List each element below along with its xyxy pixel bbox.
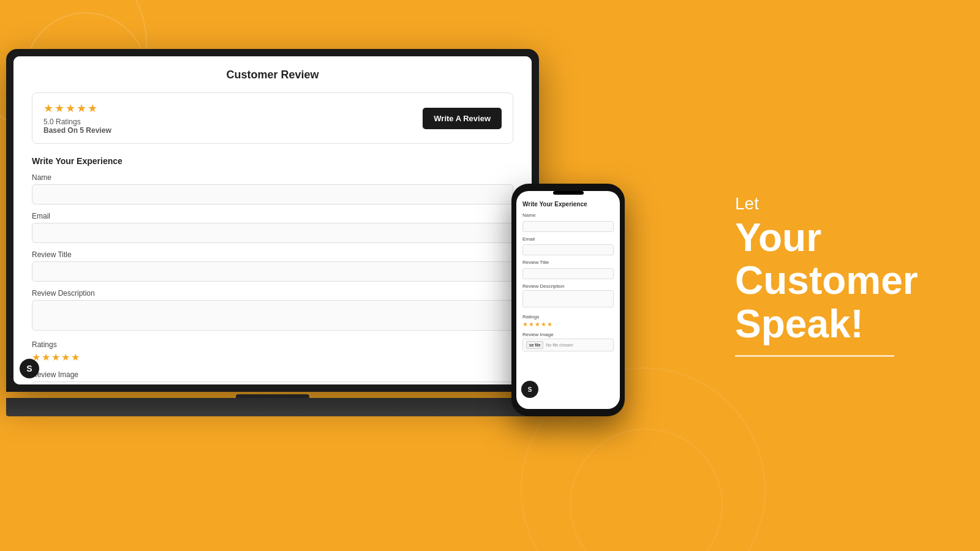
star-3: ★ bbox=[66, 102, 75, 115]
phone-review-desc-textarea[interactable] bbox=[522, 290, 614, 307]
headline-line2: Customer bbox=[735, 259, 918, 303]
phone-star-1[interactable]: ★ bbox=[522, 321, 528, 328]
write-review-button[interactable]: Write A Review bbox=[423, 108, 502, 129]
rating-left: ★ ★ ★ ★ ★ 5.0 Ratings Based On 5 Review bbox=[43, 102, 111, 135]
rating-card: ★ ★ ★ ★ ★ 5.0 Ratings Based On 5 Review bbox=[32, 92, 513, 144]
phone-ratings-group: Ratings ★ ★ ★ ★ ★ bbox=[522, 314, 614, 328]
phone-email-label: Email bbox=[522, 236, 614, 242]
phone-email-input[interactable] bbox=[522, 244, 614, 255]
phone-review-title-group: Review Title bbox=[522, 260, 614, 279]
shopify-icon: S bbox=[26, 364, 32, 373]
phone-form-title: Write Your Experience bbox=[522, 201, 614, 208]
rating-stars: ★ ★ ★ ★ ★ bbox=[43, 102, 111, 115]
headline: Your Customer Speak! bbox=[735, 216, 931, 345]
review-desc-label: Review Description bbox=[32, 289, 513, 298]
phone-ratings-stars[interactable]: ★ ★ ★ ★ ★ bbox=[522, 321, 614, 328]
phone: Write Your Experience Name Email Review … bbox=[511, 184, 625, 416]
phone-screen: Write Your Experience Name Email Review … bbox=[516, 191, 620, 409]
phone-review-title-label: Review Title bbox=[522, 260, 614, 265]
laptop-body: Customer Review ★ ★ ★ ★ ★ bbox=[6, 49, 539, 392]
headline-line3: Speak! bbox=[735, 302, 864, 346]
name-group: Name bbox=[32, 173, 513, 204]
phone-ratings-label: Ratings bbox=[522, 314, 614, 320]
phone-email-group: Email bbox=[522, 236, 614, 256]
right-text-block: Let Your Customer Speak! bbox=[735, 194, 931, 356]
email-label: Email bbox=[32, 212, 513, 220]
ratings-label: Ratings bbox=[32, 340, 513, 349]
phone-review-title-input[interactable] bbox=[522, 268, 614, 279]
review-title-label: Review Title bbox=[32, 250, 513, 259]
phone-wrapper: Write Your Experience Name Email Review … bbox=[511, 184, 625, 416]
review-desc-group: Review Description bbox=[32, 289, 513, 333]
star-4: ★ bbox=[77, 102, 86, 115]
shopify-badge: S bbox=[20, 359, 39, 378]
name-input[interactable] bbox=[32, 184, 513, 204]
phone-choose-file-button[interactable]: se file bbox=[526, 341, 543, 349]
laptop-screen: Customer Review ★ ★ ★ ★ ★ bbox=[13, 56, 532, 384]
phone-name-input[interactable] bbox=[522, 221, 614, 232]
input-star-4[interactable]: ★ bbox=[61, 351, 70, 363]
review-title-group: Review Title bbox=[32, 250, 513, 282]
phone-shopify-icon: S bbox=[528, 386, 532, 393]
name-label: Name bbox=[32, 173, 513, 182]
phone-file-wrapper: se file No file chosen bbox=[522, 339, 614, 351]
phone-review-desc-label: Review Description bbox=[522, 283, 614, 289]
star-5: ★ bbox=[88, 102, 97, 115]
review-title-input[interactable] bbox=[32, 261, 513, 282]
email-input[interactable] bbox=[32, 223, 513, 243]
phone-name-group: Name bbox=[522, 212, 614, 232]
form-section-title: Write Your Experience bbox=[32, 156, 513, 166]
laptop-base bbox=[6, 398, 539, 416]
phone-star-2[interactable]: ★ bbox=[529, 321, 534, 328]
input-star-2[interactable]: ★ bbox=[42, 351, 50, 363]
review-desc-textarea[interactable] bbox=[32, 300, 513, 331]
laptop: Customer Review ★ ★ ★ ★ ★ bbox=[6, 49, 539, 416]
phone-star-3[interactable]: ★ bbox=[535, 321, 540, 328]
phone-name-label: Name bbox=[522, 212, 614, 218]
file-input-wrapper: Choose file No file chosen bbox=[32, 381, 513, 384]
laptop-wrapper: Customer Review ★ ★ ★ ★ ★ bbox=[0, 0, 551, 551]
page-title: Customer Review bbox=[32, 69, 513, 81]
phone-star-5[interactable]: ★ bbox=[547, 321, 552, 328]
ratings-group: Ratings ★ ★ ★ ★ ★ bbox=[32, 340, 513, 363]
star-2: ★ bbox=[55, 102, 64, 115]
phone-shopify-overlay: S bbox=[521, 381, 538, 398]
rating-count: Based On 5 Review bbox=[43, 126, 111, 135]
input-star-3[interactable]: ★ bbox=[51, 351, 60, 363]
phone-no-file-text: No file chosen bbox=[546, 343, 573, 347]
phone-notch bbox=[553, 191, 584, 195]
headline-line1: Your bbox=[735, 216, 821, 260]
star-1: ★ bbox=[43, 102, 53, 115]
input-star-5[interactable]: ★ bbox=[71, 351, 80, 363]
headline-divider bbox=[735, 356, 894, 357]
review-image-label: Review Image bbox=[32, 370, 513, 379]
let-text: Let bbox=[735, 194, 931, 214]
ratings-stars-input[interactable]: ★ ★ ★ ★ ★ bbox=[32, 351, 513, 363]
phone-review-desc-group: Review Description bbox=[522, 283, 614, 310]
phone-star-4[interactable]: ★ bbox=[541, 321, 546, 328]
phone-review-image-label: Review Image bbox=[522, 332, 614, 337]
email-group: Email bbox=[32, 212, 513, 243]
rating-score: 5.0 Ratings bbox=[43, 118, 111, 126]
rating-info: 5.0 Ratings Based On 5 Review bbox=[43, 118, 111, 135]
screen-content: Customer Review ★ ★ ★ ★ ★ bbox=[13, 56, 532, 384]
phone-review-image-group: Review Image se file No file chosen bbox=[522, 332, 614, 351]
review-image-group: Review Image Choose file No file chosen bbox=[32, 370, 513, 384]
